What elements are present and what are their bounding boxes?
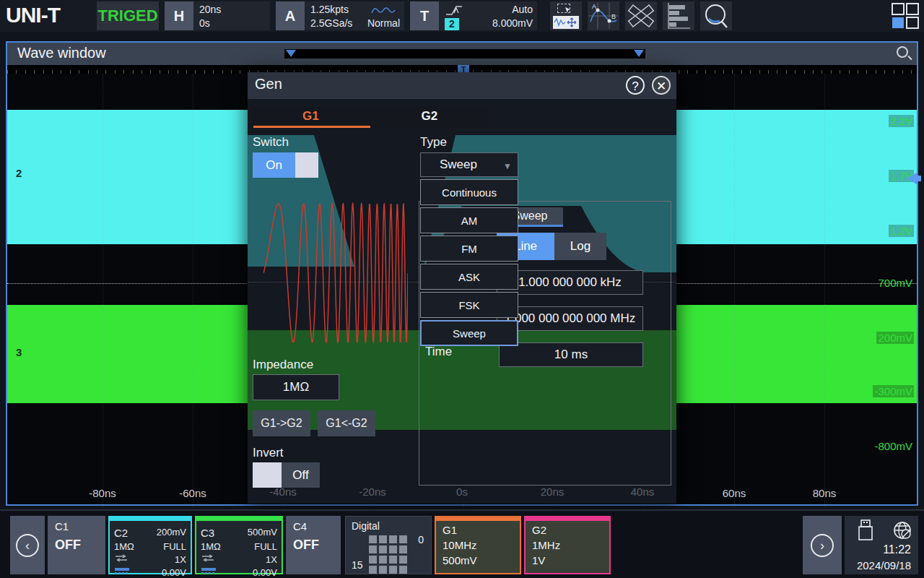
horizontal-scrollbar[interactable] xyxy=(284,49,645,59)
trigger-key[interactable]: T xyxy=(410,1,439,30)
channel3-scale: 500mV xyxy=(248,527,277,539)
acquire-wave-icon xyxy=(371,4,397,16)
system-status-panel[interactable]: 11:22 2024/09/18 xyxy=(845,516,918,574)
digital-label: Digital xyxy=(352,520,380,532)
voltage-label: -300mV xyxy=(873,385,914,397)
output-switch-toggle[interactable]: On xyxy=(253,152,318,178)
type-option-fsk[interactable]: FSK xyxy=(420,292,518,318)
dimmed-time-label: 0s xyxy=(456,486,468,498)
trigger-mode-value: Auto xyxy=(512,4,533,15)
window-layout-button[interactable] xyxy=(889,1,921,30)
type-option-sweep[interactable]: Sweep xyxy=(420,320,518,346)
switch-on-state[interactable]: On xyxy=(253,152,295,178)
trigger-level-value: 8.000mV xyxy=(492,17,533,29)
chevron-left-icon: ‹ xyxy=(16,534,39,557)
voltage-label: 700mV xyxy=(876,277,914,289)
chevron-right-icon: › xyxy=(811,534,834,557)
sample-rate-value: 2.5GSa/s xyxy=(310,17,352,29)
histogram-button[interactable] xyxy=(663,1,694,30)
dimmed-time-label: -20ns xyxy=(359,486,386,498)
digital-panel[interactable]: Digital 0 15 xyxy=(345,516,432,574)
channel2-scale: 200mV xyxy=(157,527,186,539)
g1-frequency: 10MHz xyxy=(443,539,477,551)
scale-log-option[interactable]: Log xyxy=(554,233,606,260)
switch-label: Switch xyxy=(253,135,289,150)
time-label: 80ns xyxy=(813,487,837,499)
channel2-panel[interactable]: C2 200mV 1MΩ FULL 1X 0.00V xyxy=(108,516,192,574)
type-option-continuous[interactable]: Continuous xyxy=(420,179,518,205)
g2-id: G2 xyxy=(532,524,546,536)
tab-g2[interactable]: G2 xyxy=(370,106,489,128)
help-icon[interactable]: ? xyxy=(626,76,645,95)
horizontal-block[interactable]: H 20ns 0s xyxy=(165,1,270,30)
close-icon[interactable]: ✕ xyxy=(652,76,671,95)
channel1-id: C1 xyxy=(55,520,69,532)
oscilloscope-screen: UNI-T TRIGED H 20ns 0s A 1.25kpts 2.5GSa… xyxy=(0,0,924,578)
measure-button[interactable] xyxy=(625,1,657,30)
type-dropdown[interactable]: Sweep ▼ xyxy=(420,152,518,177)
horizontal-key[interactable]: H xyxy=(165,1,193,30)
channel1-state: OFF xyxy=(55,538,81,553)
scrollbar-left-handle[interactable] xyxy=(286,50,296,57)
digital-high-index: 0 xyxy=(418,534,424,545)
search-button[interactable] xyxy=(700,1,732,30)
top-status-bar: UNI-T TRIGED H 20ns 0s A 1.25kpts 2.5GSa… xyxy=(0,0,924,32)
channel2-marker[interactable]: 2 xyxy=(16,167,22,179)
cursor-ab-icon: AB xyxy=(588,1,619,30)
channel3-panel[interactable]: C3 500mV 1MΩ FULL 1X 0.00V xyxy=(195,516,283,574)
digital-channel-grid xyxy=(369,535,407,574)
channel4-state: OFF xyxy=(293,538,319,553)
sweep-time-label: Time xyxy=(425,345,452,359)
channel3-marker[interactable]: 3 xyxy=(16,346,22,358)
time-label: 60ns xyxy=(723,487,746,499)
coupling-icon xyxy=(201,554,248,565)
brand-logo: UNI-T xyxy=(6,3,60,27)
type-option-fm[interactable]: FM xyxy=(420,236,518,262)
dialog-header[interactable]: Gen ? ✕ xyxy=(248,72,676,99)
window-zoom-icon[interactable] xyxy=(897,46,908,58)
sweep-waveform-preview xyxy=(263,199,408,348)
invert-toggle[interactable]: Off xyxy=(253,462,320,488)
panel-scroll-right-button[interactable]: › xyxy=(803,516,842,574)
copy-g2-to-g1-button[interactable]: G1<-G2 xyxy=(318,410,375,436)
dimmed-time-label: 40ns xyxy=(631,486,655,498)
sweep-time-field[interactable]: 10 ms xyxy=(499,342,643,367)
window-layout-icon xyxy=(889,1,921,30)
panel-scroll-left-button[interactable]: ‹ xyxy=(10,516,45,574)
generator2-panel[interactable]: G2 1MHz 1V xyxy=(524,516,611,574)
channel3-probe: 1X xyxy=(248,554,277,565)
start-frequency-field[interactable]: 1.000 000 000 kHz xyxy=(497,270,643,295)
invert-off-state[interactable]: Off xyxy=(282,462,320,488)
voltage-label: 200mV xyxy=(876,332,914,344)
trigger-level-arrow[interactable] xyxy=(907,173,917,184)
generator-tabs: G1 G2 xyxy=(251,106,489,128)
channel2-id: C2 xyxy=(114,527,157,539)
cursor-ab-button[interactable]: AB xyxy=(588,1,619,30)
copy-g1-to-g2-button[interactable]: G1->G2 xyxy=(253,410,310,436)
voltage-label: 2.2V xyxy=(889,115,914,127)
trigger-status-badge: TRIGED xyxy=(97,1,159,30)
coupling-icon xyxy=(114,554,157,565)
tab-g1[interactable]: G1 xyxy=(251,106,370,128)
generator1-panel[interactable]: G1 10MHz 500mV xyxy=(435,516,521,574)
type-option-am[interactable]: AM xyxy=(420,207,518,233)
channel4-panel[interactable]: C4 OFF xyxy=(286,516,341,574)
network-globe-icon xyxy=(892,520,912,540)
wave-window-title: Wave window xyxy=(17,45,106,61)
select-tool-button[interactable] xyxy=(550,1,582,30)
type-option-ask[interactable]: ASK xyxy=(420,264,518,290)
stop-frequency-field[interactable]: 1.000 000 000 000 MHz xyxy=(497,306,643,331)
type-label: Type xyxy=(420,135,447,150)
chevron-down-icon: ▼ xyxy=(503,161,512,171)
type-dropdown-value: Sweep xyxy=(421,153,496,176)
acquire-block[interactable]: A 1.25kpts 2.5GSa/s Normal xyxy=(276,1,404,30)
trigger-block[interactable]: T Auto 2 8.000mV xyxy=(410,1,537,30)
horizontal-offset-value: 0s xyxy=(199,17,210,29)
channel1-panel[interactable]: C1 OFF xyxy=(48,516,105,574)
invert-on-state[interactable] xyxy=(253,462,282,488)
scrollbar-right-handle[interactable] xyxy=(634,50,644,57)
impedance-value-button[interactable]: 1MΩ xyxy=(253,374,339,400)
g2-frequency: 1MHz xyxy=(532,539,560,551)
switch-off-state[interactable] xyxy=(295,152,318,178)
acquire-key[interactable]: A xyxy=(276,1,305,30)
